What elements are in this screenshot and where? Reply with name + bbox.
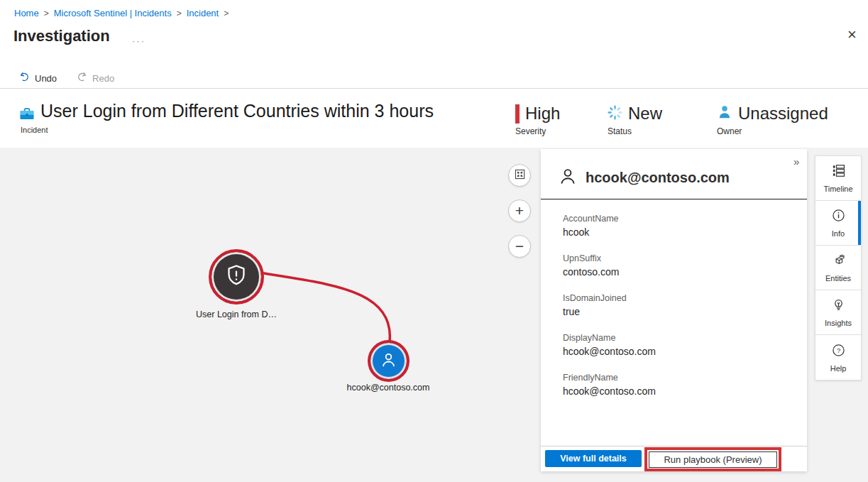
investigation-graph-canvas[interactable]: User Login from D… hcook@contoso.com + − [0, 148, 868, 482]
account-entity-icon [557, 165, 578, 190]
undo-icon [19, 72, 30, 84]
property-displayname: DisplayName hcook@contoso.com [563, 333, 793, 357]
breadcrumb-sentinel-incidents[interactable]: Microsoft Sentinel | Incidents [54, 8, 172, 18]
incident-type-label: Incident [21, 126, 48, 134]
view-full-details-button[interactable]: View full details [545, 450, 642, 467]
tab-info[interactable]: Info [815, 201, 861, 246]
owner-value: Unassigned [738, 104, 828, 124]
selected-tab-indicator [858, 201, 861, 245]
status-value: New [628, 104, 662, 124]
property-value: hcook@contoso.com [563, 346, 793, 357]
incident-title: User Login from Different Countries with… [40, 101, 434, 121]
status-label: Status [608, 126, 662, 136]
property-value: hcook [563, 226, 793, 238]
undo-button[interactable]: Undo [19, 72, 57, 84]
tab-timeline-label: Timeline [823, 185, 852, 193]
tab-entities[interactable]: Entities [815, 246, 861, 290]
entity-panel-footer: View full details Run playbook (Preview) [541, 446, 807, 471]
tab-entities-label: Entities [825, 274, 851, 283]
breadcrumb: Home > Microsoft Sentinel | Incidents > … [14, 8, 234, 18]
more-options-icon[interactable]: ··· [132, 35, 145, 46]
entity-properties-list: AccountName hcook UpnSuffix contoso.com … [541, 199, 807, 397]
owner-stat: Unassigned Owner [717, 102, 828, 136]
property-upnsuffix: UpnSuffix contoso.com [563, 253, 793, 278]
breadcrumb-separator: > [177, 9, 182, 18]
shield-alert-icon [224, 263, 249, 291]
redo-label: Redo [92, 73, 114, 84]
insights-lightbulb-icon [831, 297, 846, 315]
red-highlight-annotation: Run playbook (Preview) [644, 447, 781, 471]
owner-label: Owner [717, 126, 828, 136]
property-value: contoso.com [563, 266, 793, 278]
property-friendlyname: FriendlyName hcook@contoso.com [563, 373, 793, 397]
breadcrumb-separator: > [44, 9, 49, 18]
severity-high-icon [515, 104, 520, 124]
breadcrumb-separator: > [224, 9, 229, 18]
tab-insights-label: Insights [825, 319, 852, 327]
graph-node-user[interactable] [368, 340, 410, 382]
close-icon[interactable]: × [847, 27, 857, 43]
incident-header: User Login from Different Countries with… [0, 89, 868, 148]
property-value: true [563, 306, 793, 317]
timeline-icon [831, 163, 846, 181]
entity-panel-header: hcook@contoso.com » [541, 149, 807, 199]
incident-briefcase-icon [18, 106, 35, 126]
page-title: Investigation [13, 27, 110, 45]
redo-button[interactable]: Redo [77, 72, 114, 84]
tab-insights[interactable]: Insights [815, 290, 861, 335]
tab-timeline[interactable]: Timeline [815, 156, 861, 201]
info-icon [831, 208, 846, 226]
collapse-panel-icon[interactable]: » [793, 155, 799, 168]
tab-help[interactable]: ? Help [815, 335, 861, 380]
tab-info-label: Info [832, 229, 845, 238]
undo-label: Undo [35, 73, 57, 84]
property-label: IsDomainJoined [563, 293, 793, 303]
property-label: DisplayName [563, 333, 793, 343]
owner-person-icon [717, 104, 732, 123]
property-value: hcook@contoso.com [563, 385, 793, 397]
breadcrumb-home[interactable]: Home [14, 8, 39, 18]
entity-details-panel: hcook@contoso.com » AccountName hcook Up… [541, 149, 807, 471]
side-tabstrip: Timeline Info [815, 155, 862, 380]
investigation-toolbar: Undo Redo [0, 68, 868, 89]
property-isdomainjoined: IsDomainJoined true [563, 293, 793, 317]
property-label: FriendlyName [563, 373, 793, 383]
property-accountname: AccountName hcook [563, 214, 793, 238]
redo-icon [77, 72, 87, 84]
run-playbook-button[interactable]: Run playbook (Preview) [649, 451, 777, 468]
svg-text:?: ? [836, 346, 840, 354]
property-label: UpnSuffix [563, 253, 793, 263]
zoom-out-button[interactable]: − [508, 235, 531, 258]
property-label: AccountName [563, 214, 793, 224]
graph-node-alert[interactable] [209, 249, 264, 305]
tab-help-label: Help [830, 364, 847, 373]
severity-label: Severity [515, 126, 560, 136]
help-icon: ? [831, 343, 846, 361]
graph-node-user-label: hcook@contoso.com [310, 383, 466, 393]
fit-to-screen-button[interactable] [508, 164, 531, 187]
entity-panel-title: hcook@contoso.com [586, 170, 730, 186]
breadcrumb-incident[interactable]: Incident [187, 8, 219, 18]
zoom-in-button[interactable]: + [508, 199, 531, 222]
severity-value: High [525, 104, 560, 124]
fit-to-screen-icon [515, 169, 525, 182]
severity-stat: High Severity [515, 102, 560, 136]
status-stat: New Status [608, 102, 662, 136]
graph-node-alert-label: User Login from D… [172, 310, 300, 319]
entities-cubes-icon [831, 253, 846, 270]
user-person-icon [379, 350, 398, 372]
status-spinner-icon [608, 105, 622, 123]
